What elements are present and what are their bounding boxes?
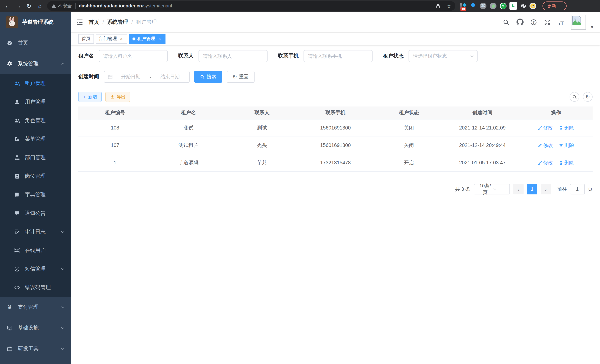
home-icon[interactable]: ⌂ [35, 1, 45, 11]
status-text: 关闭 [372, 137, 446, 154]
github-icon[interactable] [516, 18, 524, 26]
edit-link[interactable]: 修改 [538, 142, 553, 149]
chevron-down-icon [60, 230, 65, 234]
sidebar-item-post[interactable]: 岗位管理 [0, 167, 71, 186]
end-date-placeholder: 结束日期 [154, 74, 186, 80]
sidebar-item-tenant[interactable]: 租户管理 [0, 74, 71, 93]
edit-link[interactable]: 修改 [538, 159, 553, 166]
sidebar-item-dev-tools[interactable]: 研发工具 [0, 338, 71, 359]
sidebar-item-user[interactable]: 用户管理 [0, 93, 71, 111]
sidebar-item-audit-log[interactable]: 审计日志 [0, 223, 71, 241]
message-icon [14, 210, 20, 216]
delete-link[interactable]: 删除 [559, 124, 574, 131]
fullscreen-icon[interactable] [544, 18, 551, 26]
sidebar-item-pay[interactable]: ¥ 支付管理 [0, 297, 71, 318]
online-user-icon [14, 247, 20, 253]
sidebar-item-sms[interactable]: 短信管理 [0, 260, 71, 278]
app-title: 芋道管理系统 [22, 19, 53, 26]
goto-page-input[interactable] [570, 184, 585, 194]
dictionary-icon [14, 192, 20, 198]
browser-menu-icon[interactable]: ⋮ [559, 4, 563, 8]
tab-home[interactable]: 首页 [78, 34, 94, 44]
log-edit-icon [14, 229, 20, 235]
bookmark-star-icon[interactable]: ☆ [444, 1, 454, 11]
sidebar-collapse-icon[interactable] [71, 12, 89, 32]
close-icon[interactable]: × [119, 36, 124, 41]
warning-icon [52, 4, 56, 8]
close-icon[interactable]: × [157, 36, 162, 41]
col-created: 创建时间 [446, 106, 519, 119]
command-extension-icon[interactable]: ⌘ [479, 2, 487, 10]
header-search-icon[interactable] [502, 18, 510, 26]
breadcrumb-system[interactable]: 系统管理 [107, 19, 128, 25]
delete-link[interactable]: 删除 [559, 142, 574, 149]
sidebar-item-online-user[interactable]: 在线用户 [0, 241, 71, 260]
chevron-down-icon [60, 305, 65, 309]
balloon-extension-icon[interactable] [469, 2, 477, 10]
avatar-dropdown-caret-icon[interactable]: ▼ [590, 25, 594, 29]
app-logo-row[interactable]: 芋道管理系统 [0, 12, 71, 33]
goto-label: 前往 [557, 186, 567, 192]
pagination: 共 3 条 10条/页 ‹ 1 › 前往 页 [78, 184, 593, 194]
contact-input[interactable] [198, 50, 268, 62]
status-text: 开启 [372, 154, 446, 171]
reload-icon[interactable]: ↻ [24, 1, 35, 11]
phone-input[interactable] [303, 50, 373, 62]
refresh-table-button[interactable]: ↻ [583, 92, 593, 102]
create-time-range-picker[interactable]: 开始日期 - 结束日期 [104, 71, 190, 83]
yudao-extension-icon[interactable]: Y [499, 2, 507, 10]
sidebar-item-menu[interactable]: 菜单管理 [0, 130, 71, 149]
next-page-button[interactable]: › [541, 184, 551, 194]
help-icon[interactable]: ? [530, 18, 537, 26]
col-actions: 操作 [519, 106, 593, 119]
sidebar-item-role[interactable]: 角色管理 [0, 111, 71, 130]
sidebar-item-dict[interactable]: 字典管理 [0, 186, 71, 204]
user-avatar[interactable] [571, 15, 586, 29]
show-search-toggle-button[interactable] [570, 92, 579, 102]
edit-link[interactable]: 修改 [538, 124, 553, 131]
page-size-select[interactable]: 10条/页 [474, 184, 510, 194]
search-icon [200, 75, 205, 79]
share-icon[interactable] [433, 1, 443, 11]
status-label: 租户状态 [383, 53, 404, 59]
page-unit-label: 页 [588, 186, 593, 192]
tab-tenant[interactable]: 租户管理 × [129, 34, 166, 44]
reset-button[interactable]: ↻ 重置 [227, 71, 254, 83]
browser-toolbar: ← → ↻ ⌂ 不安全 dashboard.yudao.iocoder.cn/s… [0, 0, 600, 12]
start-date-placeholder: 开始日期 [115, 74, 147, 80]
svg-text:?: ? [533, 20, 535, 24]
tenant-name-input[interactable] [99, 50, 168, 62]
chrome-update-button[interactable]: 更新 ⋮ [543, 1, 567, 10]
sidebar-item-dept[interactable]: 部门管理 [0, 149, 71, 167]
top-navbar: 首页 / 系统管理 / 租户管理 ? [71, 12, 600, 33]
sidebar-item-error-code[interactable]: 错误码管理 [0, 278, 71, 297]
sidebar-item-system[interactable]: 系统管理 [0, 53, 71, 74]
recorder-extension-icon[interactable] [489, 2, 497, 10]
tab-manager-extension-icon[interactable]: 10 [459, 2, 467, 10]
sidebar-item-infra[interactable]: 基础设施 [0, 318, 71, 338]
add-button[interactable]: + 新增 [78, 92, 102, 102]
delete-link[interactable]: 删除 [559, 159, 574, 166]
sidebar-item-home[interactable]: 首页 [0, 33, 71, 53]
export-button[interactable]: 导出 [105, 92, 130, 102]
puzzle-extensions-icon[interactable] [519, 2, 527, 10]
table-header-row: 租户编号 租户名 联系人 联系手机 租户状态 创建时间 操作 [78, 106, 593, 119]
prev-page-button[interactable]: ‹ [513, 184, 524, 194]
page-1-button[interactable]: 1 [527, 184, 537, 194]
search-button[interactable]: 搜索 [194, 71, 222, 83]
tags-view: 首页 部门管理 × 租户管理 × [71, 33, 600, 45]
address-bar[interactable]: 不安全 dashboard.yudao.iocoder.cn/system/te… [47, 1, 455, 11]
flag-extension-icon[interactable] [509, 2, 517, 10]
tab-dept[interactable]: 部门管理 × [96, 34, 127, 44]
profile-avatar-icon[interactable] [529, 3, 536, 9]
chevron-up-icon [60, 62, 65, 66]
forward-icon[interactable]: → [13, 1, 24, 11]
org-chart-icon [14, 155, 20, 161]
font-size-icon[interactable]: TT [557, 18, 565, 26]
back-icon[interactable]: ← [2, 1, 13, 11]
status-select[interactable]: 请选择租户状态 [409, 50, 478, 62]
site-security-chip[interactable]: 不安全 [52, 3, 75, 9]
table-row: 1 芋道源码 芋艿 17321315478 开启 2021-01-05 17:0… [78, 154, 593, 171]
breadcrumb-home[interactable]: 首页 [89, 19, 99, 25]
sidebar-item-notice[interactable]: 通知公告 [0, 204, 71, 223]
